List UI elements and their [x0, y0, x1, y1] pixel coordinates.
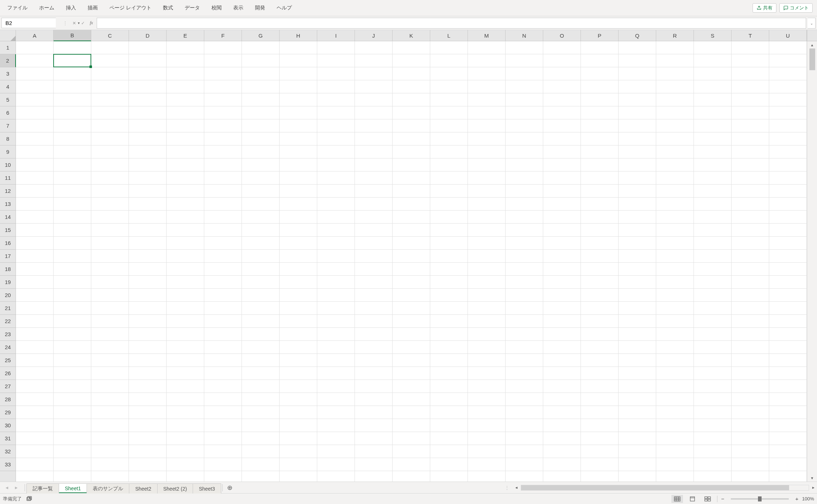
- ribbon-tab-help[interactable]: ヘルプ: [271, 0, 298, 16]
- row-header-6[interactable]: 6: [0, 106, 16, 119]
- column-header-D[interactable]: D: [129, 30, 167, 41]
- ribbon-tab-formulas[interactable]: 数式: [157, 0, 179, 16]
- scroll-down-icon[interactable]: ▼: [807, 474, 817, 482]
- row-header-20[interactable]: 20: [0, 289, 16, 302]
- ribbon-tab-insert[interactable]: 挿入: [60, 0, 82, 16]
- sheet-nav-next-icon[interactable]: ►: [14, 485, 18, 490]
- view-pagelayout-button[interactable]: [687, 495, 698, 503]
- sheet-tab-4[interactable]: Sheet2 (2): [157, 483, 193, 494]
- column-header-P[interactable]: P: [581, 30, 619, 41]
- formula-expand-icon[interactable]: ⌄: [808, 18, 816, 29]
- column-header-F[interactable]: F: [204, 30, 242, 41]
- column-header-L[interactable]: L: [430, 30, 468, 41]
- row-header-8[interactable]: 8: [0, 132, 16, 145]
- row-header-25[interactable]: 25: [0, 354, 16, 367]
- row-header-12[interactable]: 12: [0, 185, 16, 198]
- column-header-C[interactable]: C: [91, 30, 129, 41]
- row-header-26[interactable]: 26: [0, 367, 16, 380]
- row-header-27[interactable]: 27: [0, 380, 16, 393]
- column-header-A[interactable]: A: [16, 30, 54, 41]
- more-icon[interactable]: ⋮: [63, 21, 67, 26]
- row-header-3[interactable]: 3: [0, 67, 16, 80]
- row-header-29[interactable]: 29: [0, 406, 16, 419]
- name-box[interactable]: ▾: [1, 18, 56, 28]
- ribbon-tab-developer[interactable]: 開発: [249, 0, 271, 16]
- column-header-T[interactable]: T: [732, 30, 769, 41]
- column-header-H[interactable]: H: [280, 30, 317, 41]
- sheet-tab-5[interactable]: Sheet3: [193, 483, 221, 494]
- horizontal-scrollbar[interactable]: ◄ ►: [513, 482, 817, 493]
- zoom-level[interactable]: 100%: [802, 496, 814, 501]
- column-header-B[interactable]: B: [54, 30, 91, 41]
- ribbon-tab-view[interactable]: 表示: [227, 0, 249, 16]
- select-all-corner[interactable]: [0, 30, 16, 41]
- fx-icon[interactable]: fx: [90, 20, 93, 26]
- row-header-2[interactable]: 2: [0, 54, 16, 67]
- column-header-R[interactable]: R: [656, 30, 694, 41]
- hscroll-track[interactable]: [521, 485, 809, 491]
- row-header-5[interactable]: 5: [0, 93, 16, 106]
- row-header-31[interactable]: 31: [0, 432, 16, 445]
- ribbon-tab-review[interactable]: 校閲: [206, 0, 227, 16]
- cells-area[interactable]: [16, 41, 807, 482]
- column-header-I[interactable]: I: [317, 30, 355, 41]
- cancel-icon[interactable]: ✕: [72, 21, 76, 26]
- row-header-15[interactable]: 15: [0, 224, 16, 237]
- column-header-U[interactable]: U: [769, 30, 807, 41]
- row-header-28[interactable]: 28: [0, 393, 16, 406]
- zoom-out-button[interactable]: −: [721, 496, 724, 502]
- vscroll-track[interactable]: [807, 48, 817, 474]
- sheet-tab-1[interactable]: Sheet1: [59, 483, 87, 494]
- sheet-tab-2[interactable]: 表のサンプル: [87, 483, 129, 494]
- scroll-up-icon[interactable]: ▲: [807, 41, 817, 48]
- row-header-24[interactable]: 24: [0, 341, 16, 354]
- row-header-4[interactable]: 4: [0, 80, 16, 93]
- vscroll-thumb[interactable]: [809, 48, 815, 70]
- column-header-N[interactable]: N: [506, 30, 543, 41]
- column-header-Q[interactable]: Q: [619, 30, 656, 41]
- row-header-9[interactable]: 9: [0, 145, 16, 158]
- scroll-left-icon[interactable]: ◄: [513, 486, 520, 490]
- sheet-nav-prev-icon[interactable]: ◄: [5, 485, 9, 490]
- column-header-M[interactable]: M: [468, 30, 506, 41]
- confirm-icon[interactable]: ✓: [81, 21, 85, 26]
- column-header-S[interactable]: S: [694, 30, 732, 41]
- zoom-slider-thumb[interactable]: [758, 496, 762, 501]
- macro-record-icon[interactable]: [26, 496, 33, 502]
- row-header-7[interactable]: 7: [0, 119, 16, 132]
- share-button[interactable]: 共有: [753, 3, 776, 13]
- column-header-K[interactable]: K: [393, 30, 430, 41]
- tab-scroll-handle-icon[interactable]: ⋮: [505, 485, 511, 490]
- view-pagebreak-button[interactable]: [702, 495, 713, 503]
- row-header-10[interactable]: 10: [0, 158, 16, 171]
- row-header-33[interactable]: 33: [0, 458, 16, 471]
- column-header-O[interactable]: O: [543, 30, 581, 41]
- formula-input[interactable]: [97, 18, 806, 29]
- row-header-23[interactable]: 23: [0, 328, 16, 341]
- row-header-22[interactable]: 22: [0, 315, 16, 328]
- ribbon-tab-home[interactable]: ホーム: [33, 0, 60, 16]
- ribbon-tab-pagelayout[interactable]: ページ レイアウト: [104, 0, 157, 16]
- row-header-16[interactable]: 16: [0, 237, 16, 250]
- ribbon-tab-draw[interactable]: 描画: [82, 0, 104, 16]
- sheet-tab-0[interactable]: 記事一覧: [26, 483, 59, 494]
- sheet-tab-3[interactable]: Sheet2: [129, 483, 157, 494]
- row-header-11[interactable]: 11: [0, 171, 16, 185]
- ribbon-tab-data[interactable]: データ: [179, 0, 206, 16]
- row-header-17[interactable]: 17: [0, 250, 16, 263]
- column-header-J[interactable]: J: [355, 30, 393, 41]
- hscroll-thumb[interactable]: [521, 485, 789, 490]
- zoom-slider[interactable]: [731, 498, 789, 500]
- row-header-19[interactable]: 19: [0, 276, 16, 289]
- row-header-1[interactable]: 1: [0, 41, 16, 54]
- row-header-21[interactable]: 21: [0, 302, 16, 315]
- view-normal-button[interactable]: [671, 495, 683, 503]
- add-sheet-button[interactable]: ⊕: [224, 482, 236, 493]
- comments-button[interactable]: コメント: [779, 3, 813, 13]
- column-header-E[interactable]: E: [167, 30, 204, 41]
- scroll-right-icon[interactable]: ►: [810, 486, 817, 490]
- ribbon-tab-file[interactable]: ファイル: [1, 0, 33, 16]
- row-header-32[interactable]: 32: [0, 445, 16, 458]
- row-header-13[interactable]: 13: [0, 198, 16, 211]
- row-header-30[interactable]: 30: [0, 419, 16, 432]
